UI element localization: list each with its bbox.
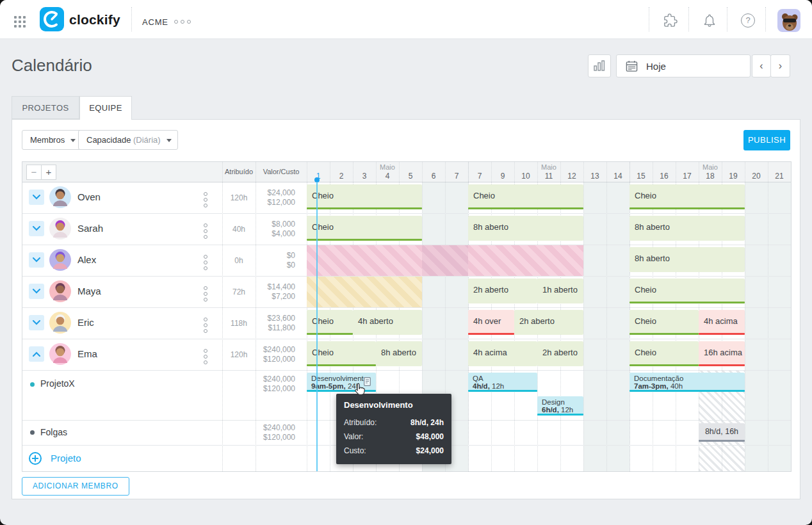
member-value-cost: $0$0 xyxy=(256,251,295,270)
schedule-bar[interactable]: 2h aberto xyxy=(468,279,537,303)
zoom-in-button[interactable]: + xyxy=(41,165,56,180)
time-off-cell[interactable]: 8h/d, 16h xyxy=(699,423,745,442)
add-project-icon[interactable] xyxy=(29,452,42,465)
user-avatar[interactable] xyxy=(777,9,800,32)
help-icon[interactable]: ? xyxy=(741,13,755,28)
prev-period-button[interactable]: ‹ xyxy=(752,54,771,77)
member-expand-button[interactable] xyxy=(29,284,44,299)
day-number: 10 xyxy=(514,172,537,181)
member-avatar xyxy=(49,249,71,271)
tab-projetos[interactable]: PROJETOS xyxy=(12,96,79,119)
member-value-cost: $23,600$11,800 xyxy=(256,314,295,333)
schedule-bar[interactable]: 1h aberto xyxy=(537,279,583,303)
tooltip-row-value: 8h/d, 24h xyxy=(410,416,444,430)
task-bar[interactable]: Documentação7am-3pm, 40h xyxy=(629,373,745,392)
schedule-bar-label: 16h acima xyxy=(704,348,742,357)
member-options-icon[interactable] xyxy=(204,349,207,364)
capacity-underline xyxy=(468,207,583,209)
hand-cursor-icon xyxy=(353,382,367,399)
workspace-more-icon[interactable] xyxy=(174,20,191,24)
workspace-name[interactable]: ACME xyxy=(142,17,168,27)
member-options-icon[interactable] xyxy=(204,318,207,333)
member-avatar-image xyxy=(49,343,71,365)
schedule-bar[interactable]: Cheio xyxy=(307,184,422,209)
schedule-bar[interactable]: 4h over xyxy=(468,310,514,335)
clock-mark xyxy=(40,7,64,31)
chart-view-button[interactable] xyxy=(588,54,611,77)
today-label: Hoje xyxy=(646,61,666,72)
project-name: ProjetoX xyxy=(40,378,75,389)
schedule-bar[interactable]: 4h aberto xyxy=(353,310,422,335)
schedule-bar[interactable]: 2h aberto xyxy=(514,310,583,335)
add-project-label[interactable]: Projeto xyxy=(51,453,81,464)
day-number: 12 xyxy=(560,172,583,181)
schedule-bar[interactable]: 2h aberto xyxy=(537,341,583,366)
schedule-bar[interactable]: 8h aberto xyxy=(629,247,745,272)
schedule-bar-label: 4h acima xyxy=(704,316,738,326)
page-title: Calendário xyxy=(12,56,92,76)
project-value-cost: $240,000$120,000 xyxy=(256,423,295,442)
task-bar[interactable]: Design6h/d, 12h xyxy=(537,396,583,416)
member-expand-button[interactable] xyxy=(29,190,44,205)
member-options-icon[interactable] xyxy=(204,223,207,239)
schedule-bar[interactable]: Cheio xyxy=(629,184,745,209)
schedule-bar[interactable]: Cheio xyxy=(307,216,422,241)
task-bar[interactable]: QA4h/d, 12h xyxy=(468,373,537,392)
schedule-bar[interactable]: 4h acima xyxy=(699,310,745,335)
member-cost: $12,000 xyxy=(256,198,295,207)
schedule-bar[interactable]: Cheio xyxy=(629,279,745,303)
tooltip-row-label: Custo: xyxy=(344,444,366,458)
schedule-bar[interactable]: Cheio xyxy=(629,341,699,366)
booked-band[interactable] xyxy=(307,277,422,307)
add-member-button[interactable]: ADICIONAR MEMBRO xyxy=(22,477,129,496)
schedule-bar[interactable]: 8h aberto xyxy=(376,341,422,366)
member-options-icon[interactable] xyxy=(204,286,207,302)
clockify-logo-icon[interactable] xyxy=(40,7,64,31)
member-options-icon[interactable] xyxy=(204,255,207,270)
schedule-bar[interactable]: 8h aberto xyxy=(629,216,745,241)
schedule-bar[interactable]: Cheio xyxy=(468,184,583,209)
schedule-bar-label: Cheio xyxy=(635,285,656,295)
day-number: 21 xyxy=(768,172,791,181)
schedule-bar[interactable]: 8h aberto xyxy=(468,216,583,241)
member-expand-button[interactable] xyxy=(29,221,44,236)
tooltip-row: Atribuído:8h/d, 24h xyxy=(344,416,444,430)
integrations-puzzle-icon[interactable] xyxy=(663,13,678,28)
day-number: 14 xyxy=(606,172,629,181)
topbar-divider xyxy=(765,7,766,31)
header-bottom-border xyxy=(22,182,791,182)
apps-grid-icon[interactable] xyxy=(14,16,27,29)
booked-band[interactable] xyxy=(307,245,422,276)
day-number: 3 xyxy=(353,172,376,181)
schedule-bar[interactable]: 4h acima xyxy=(468,341,537,366)
schedule-bar-label: 2h aberto xyxy=(473,285,508,295)
row-separator xyxy=(22,245,791,245)
publish-button[interactable]: PUBLISH xyxy=(743,130,790,150)
capacity-filter[interactable]: Capacidade (Diária) xyxy=(78,130,178,150)
task-title: Design xyxy=(542,398,565,406)
next-period-button[interactable]: › xyxy=(770,54,790,77)
day-number: 17 xyxy=(676,172,699,181)
today-button[interactable]: Hoje xyxy=(616,54,751,77)
capacity-underline xyxy=(307,333,353,335)
schedule-bar[interactable]: 16h acima xyxy=(699,341,745,366)
members-filter[interactable]: Membros xyxy=(22,130,82,150)
member-avatar xyxy=(49,186,71,208)
booked-band[interactable] xyxy=(422,245,468,276)
zoom-out-button[interactable]: − xyxy=(26,165,42,180)
member-value-cost: $14,400$7,200 xyxy=(256,282,295,302)
member-avatar xyxy=(49,218,71,239)
booked-band[interactable] xyxy=(468,245,583,276)
member-expand-button[interactable] xyxy=(29,252,44,268)
member-expand-button[interactable] xyxy=(29,315,44,330)
member-options-icon[interactable] xyxy=(204,192,207,207)
topbar-divider xyxy=(649,7,649,31)
tab-equipe[interactable]: EQUIPE xyxy=(79,96,132,120)
schedule-bar[interactable]: Cheio xyxy=(307,310,353,335)
notifications-bell-icon[interactable] xyxy=(702,13,717,28)
schedule-bar[interactable]: Cheio xyxy=(629,310,699,335)
member-expand-button[interactable] xyxy=(29,346,44,362)
chevron-down-icon xyxy=(166,139,172,142)
schedule-bar-label: Cheio xyxy=(473,191,495,200)
tooltip-row: Custo:$24,000 xyxy=(344,444,444,458)
